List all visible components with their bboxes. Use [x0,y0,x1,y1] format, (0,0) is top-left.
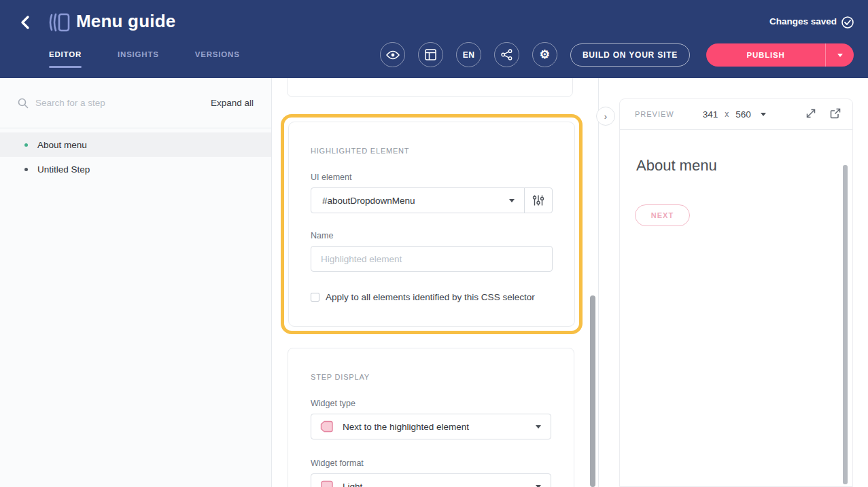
save-status-text: Changes saved [769,16,837,26]
step-settings-panel: HIGHLIGHTED ELEMENT UI element #aboutDro… [272,78,599,487]
step-label: About menu [37,140,87,150]
editor-tabs: EDITOR INSIGHTS VERSIONS [49,48,240,68]
step-bullet-icon [24,143,28,147]
preview-scrollbar-thumb[interactable] [843,165,848,484]
header-icon-buttons: EN ⚙ [380,42,557,67]
size-separator: x [725,109,729,119]
tooltip-bubble-icon [319,420,334,433]
sliders-icon [532,194,544,206]
external-link-icon [829,107,841,120]
tab-versions[interactable]: VERSIONS [195,48,240,68]
guide-title: Menu guide [76,11,175,32]
highlighted-element-card: HIGHLIGHTED ELEMENT UI element #aboutDro… [288,122,575,327]
app-logo-icon [48,12,71,33]
widget-format-dropdown[interactable]: Light [311,473,551,487]
back-button[interactable] [18,14,34,32]
section-title: HIGHLIGHTED ELEMENT [311,147,553,155]
sidebar-step-about-menu[interactable]: About menu [0,132,271,157]
publish-button[interactable]: PUBLISH [706,43,825,67]
ui-element-value: #aboutDropdownMenu [322,196,415,206]
apply-all-label: Apply to all elements identified by this… [326,292,535,302]
step-list: About menu Untitled Step [0,132,271,181]
widget-type-label: Widget type [311,399,551,408]
scrolled-card-partial [287,78,573,97]
eye-icon [386,50,400,60]
chevron-left-icon [18,14,33,31]
preview-card: PREVIEW 341 x 560 [619,98,853,487]
publish-split-button: PUBLISH [706,43,854,67]
chevron-right-icon: › [604,111,607,122]
search-icon [18,98,29,109]
open-external-button[interactable] [828,107,843,122]
element-settings-button[interactable] [525,188,552,213]
check-circle-icon [841,16,854,29]
tab-editor[interactable]: EDITOR [49,48,82,68]
gear-icon: ⚙ [540,49,551,60]
checkbox-unchecked[interactable] [311,293,319,302]
name-label: Name [311,231,553,240]
language-button[interactable]: EN [456,42,481,67]
steps-sidebar: Expand all About menu Untitled Step [0,78,272,487]
preview-viewport: About menu NEXT [620,130,852,486]
share-icon [501,49,513,60]
step-bullet-icon [24,168,28,171]
element-name-input[interactable] [311,246,553,272]
step-label: Untitled Step [37,164,90,175]
window-panels-icon [425,49,436,60]
tab-insights[interactable]: INSIGHTS [118,48,159,68]
widget-format-label: Widget format [311,458,551,468]
share-button[interactable] [494,42,519,67]
caret-down-icon [837,54,843,57]
main-scrollbar-thumb[interactable] [590,295,595,487]
caret-down-icon [536,485,541,487]
preview-next-button[interactable]: NEXT [635,204,690,226]
preview-eye-button[interactable] [380,42,405,67]
collapse-preview-button[interactable]: › [596,107,615,126]
preview-step-title: About menu [636,157,717,175]
preview-actions [803,107,843,122]
expand-all-button[interactable]: Expand all [211,98,254,108]
ui-element-label: UI element [311,173,553,182]
caret-down-icon [761,113,766,116]
ui-element-dropdown[interactable]: #aboutDropdownMenu [311,188,524,213]
preview-title: PREVIEW [635,110,674,118]
publish-dropdown-button[interactable] [825,43,854,67]
caret-down-icon [536,425,541,429]
diagonal-arrows-icon [805,107,817,120]
sidebar-step-untitled[interactable]: Untitled Step [0,157,271,181]
rounded-square-icon [319,480,334,487]
preview-header: PREVIEW 341 x 560 [620,99,852,130]
preview-size-dropdown[interactable]: 341 x 560 [703,109,766,120]
settings-button[interactable]: ⚙ [532,42,557,67]
step-search-input[interactable] [35,98,211,108]
section-title: STEP DISPLAY [311,373,551,381]
highlight-ring: HIGHLIGHTED ELEMENT UI element #aboutDro… [281,114,583,334]
expand-preview-button[interactable] [803,107,818,122]
preview-panel: PREVIEW 341 x 560 [599,78,868,487]
apply-all-checkbox-row[interactable]: Apply to all elements identified by this… [311,292,553,302]
preview-height-value: 560 [735,109,751,120]
widget-format-value: Light [343,482,362,487]
caret-down-icon [509,199,515,202]
top-bar: Menu guide Changes saved EDITOR INSIGHTS… [0,0,868,78]
build-on-your-site-button[interactable]: BUILD ON YOUR SITE [570,43,690,67]
ui-element-control: #aboutDropdownMenu [311,187,553,213]
step-search-row: Expand all [0,78,271,128]
step-display-card: STEP DISPLAY Widget type Next to the hig… [288,348,574,487]
app: Menu guide Changes saved EDITOR INSIGHTS… [0,0,868,487]
preview-width-value: 341 [703,109,718,120]
widget-type-value: Next to the highlighted element [343,422,469,432]
layout-button[interactable] [418,42,443,67]
widget-type-dropdown[interactable]: Next to the highlighted element [311,414,551,439]
